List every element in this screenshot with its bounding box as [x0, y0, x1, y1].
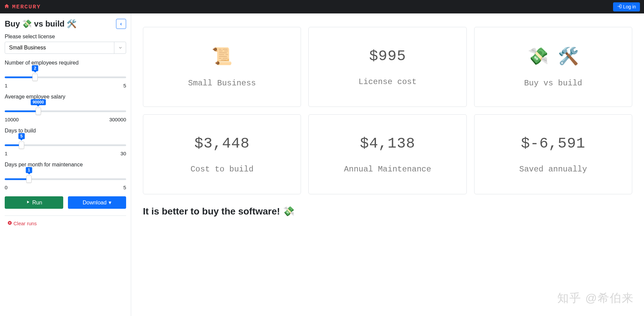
collapse-sidebar-button[interactable]: ‹: [116, 19, 126, 29]
tools-icon: 🛠️: [67, 19, 77, 29]
money-wings-icon: 💸: [22, 19, 32, 29]
annual-maint-label: Annual Maintenance: [315, 165, 459, 174]
card-saved: $-6,591 Saved annually: [474, 114, 632, 194]
close-circle-icon: [7, 221, 12, 226]
employees-min: 1: [5, 83, 7, 88]
main-content: 📜 Small Business $995 License cost 💸 🛠️ …: [131, 13, 644, 316]
employees-max: 5: [123, 83, 126, 88]
run-button[interactable]: Run: [5, 196, 63, 209]
saved-label: Saved annually: [481, 165, 625, 174]
days-build-slider-group: Days to build 5 1 30: [5, 128, 126, 156]
cost-build-label: Cost to build: [150, 165, 294, 174]
divider: [5, 215, 126, 216]
days-maint-max: 5: [123, 185, 126, 190]
employees-slider-group: Number of employees required 2 1 5: [5, 60, 126, 88]
license-label: Please select license: [5, 34, 126, 40]
card-cost-build: $3,448 Cost to build: [143, 114, 301, 194]
license-cost-value: $995: [315, 48, 459, 65]
play-icon: [26, 200, 30, 206]
sidebar: Buy 💸 vs build 🛠️ ‹ Please select licens…: [0, 13, 131, 316]
days-build-slider[interactable]: 5: [5, 141, 126, 150]
employees-label: Number of employees required: [5, 60, 126, 66]
caret-down-icon: ▾: [109, 199, 111, 206]
navbar: MERCURY Log in: [0, 0, 644, 13]
salary-max: 300000: [109, 117, 126, 122]
buy-vs-build-label: Buy vs build: [481, 79, 625, 88]
login-icon: [617, 4, 622, 10]
days-maint-label: Days per month for maintenance: [5, 162, 126, 168]
license-select[interactable]: [5, 42, 126, 54]
login-label: Log in: [623, 4, 636, 9]
watermark: 知乎 @希伯来: [557, 290, 634, 306]
card-buy-vs-build: 💸 🛠️ Buy vs build: [474, 27, 632, 107]
chevron-left-icon: ‹: [120, 21, 122, 27]
days-maint-slider-group: Days per month for maintenance 1 0 5: [5, 162, 126, 190]
buy-vs-build-icons: 💸 🛠️: [481, 46, 625, 66]
brand-logo[interactable]: MERCURY: [12, 4, 41, 10]
salary-min: 10000: [5, 117, 19, 122]
card-tier: 📜 Small Business: [143, 27, 301, 107]
scroll-icon: 📜: [150, 46, 294, 66]
employees-slider[interactable]: 2: [5, 73, 126, 82]
card-tier-label: Small Business: [150, 79, 294, 88]
card-license-cost: $995 License cost: [308, 27, 466, 107]
days-maint-slider[interactable]: 1: [5, 174, 126, 184]
license-select-input[interactable]: [5, 42, 126, 54]
annual-maint-value: $4,138: [315, 135, 459, 152]
download-button[interactable]: Download ▾: [68, 196, 126, 209]
login-button[interactable]: Log in: [613, 2, 640, 11]
days-build-min: 1: [5, 151, 7, 156]
license-cost-label: License cost: [315, 77, 459, 86]
salary-label: Average employee salary: [5, 94, 126, 100]
days-build-max: 30: [120, 151, 126, 156]
salary-slider-group: Average employee salary 90000 10000 3000…: [5, 94, 126, 122]
cost-build-value: $3,448: [150, 135, 294, 152]
days-maint-min: 0: [5, 185, 7, 190]
money-wings-icon: 💸: [283, 206, 295, 217]
home-icon[interactable]: [4, 3, 9, 10]
conclusion-text: It is better to buy the software! 💸: [143, 206, 632, 217]
saved-value: $-6,591: [481, 135, 625, 152]
salary-slider[interactable]: 90000: [5, 107, 126, 116]
page-title: Buy 💸 vs build 🛠️: [5, 19, 77, 29]
clear-runs-link[interactable]: Clear runs: [5, 221, 126, 226]
card-annual-maint: $4,138 Annual Maintenance: [308, 114, 466, 194]
